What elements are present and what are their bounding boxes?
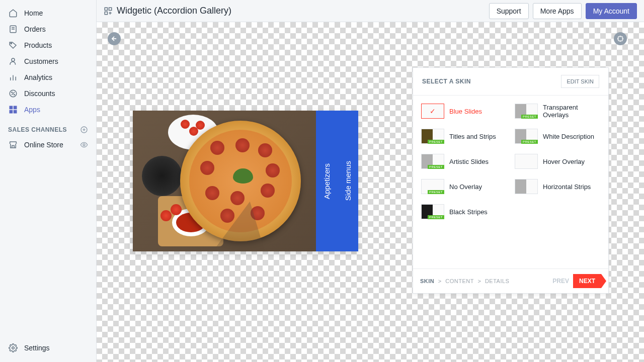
layout-button[interactable] — [614, 32, 627, 45]
sidebar: Home Orders Products Customers — [0, 0, 97, 362]
sidebar-item-settings[interactable]: Settings — [0, 340, 96, 356]
sidebar-item-orders[interactable]: Orders — [0, 21, 96, 37]
skin-grid: ✓Blue SlidesPRESETTransparent OverlaysPR… — [421, 104, 600, 219]
canvas: Appetizers Side menus SELECT A SKIN EDIT… — [97, 22, 644, 362]
sidebar-item-discounts[interactable]: Discounts — [0, 85, 96, 102]
apps-icon — [104, 7, 113, 16]
accordion-main-slide[interactable] — [133, 111, 316, 251]
next-button[interactable]: NEXT — [573, 274, 601, 288]
skin-label: Blue Slides — [449, 108, 482, 115]
svg-rect-22 — [109, 8, 112, 10]
skin-label: Horizontal Strips — [543, 183, 591, 191]
back-button[interactable] — [108, 32, 121, 45]
skin-thumb: PRESET — [421, 129, 444, 144]
svg-rect-14 — [10, 111, 12, 113]
channels-list: Online Store — [0, 137, 96, 153]
panel-title: SELECT A SKIN — [422, 78, 471, 85]
svg-point-19 — [83, 144, 85, 146]
skin-thumb: ✓ — [421, 104, 444, 119]
sidebar-item-analytics[interactable]: Analytics — [0, 69, 96, 85]
footer-actions: PREV NEXT — [552, 274, 601, 288]
skin-option[interactable]: ✓Blue Slides — [421, 104, 507, 119]
skin-label: Titles and Strips — [449, 133, 496, 140]
svg-point-3 — [11, 43, 12, 44]
svg-point-11 — [14, 95, 15, 96]
topbar: Widgetic (Accordion Gallery) Support Mor… — [97, 0, 644, 22]
skin-option[interactable]: PRESETArtistic Slides — [421, 154, 507, 169]
crumb-content[interactable]: CONTENT — [445, 278, 473, 284]
sidebar-item-apps[interactable]: Apps — [0, 102, 96, 118]
nav-label: Discounts — [24, 89, 55, 98]
svg-rect-12 — [10, 106, 12, 109]
add-channel-icon[interactable] — [80, 126, 88, 134]
svg-rect-21 — [105, 8, 107, 10]
panel-header: SELECT A SKIN EDIT SKIN — [413, 68, 608, 96]
skin-label: Transparent Overlays — [543, 104, 600, 119]
food-image — [133, 111, 316, 251]
breadcrumb: SKIN > CONTENT > DETAILS — [420, 278, 509, 284]
skin-option[interactable]: PRESETTransparent Overlays — [515, 104, 600, 119]
nav-label: Apps — [24, 106, 40, 114]
slide-label: Side menus — [344, 156, 352, 206]
top-actions: Support More Apps My Account — [489, 3, 637, 19]
sidebar-item-online-store[interactable]: Online Store — [0, 137, 96, 153]
sidebar-item-products[interactable]: Products — [0, 37, 96, 53]
nav-label: Orders — [24, 25, 46, 33]
prev-button: PREV — [552, 278, 569, 285]
section-title: SALES CHANNELS — [8, 126, 67, 133]
skin-thumb: PRESET — [515, 104, 538, 119]
support-button[interactable]: Support — [489, 3, 529, 19]
crumb-details[interactable]: DETAILS — [485, 278, 510, 284]
sidebar-bottom: Settings — [0, 340, 96, 362]
skin-option[interactable]: Horizontal Strips — [515, 179, 600, 194]
skin-label: White Description — [543, 133, 594, 140]
main: Widgetic (Accordion Gallery) Support Mor… — [97, 0, 644, 362]
more-apps-button[interactable]: More Apps — [533, 3, 582, 19]
accordion-slide-appetizers[interactable]: Appetizers — [316, 111, 337, 251]
eye-icon[interactable] — [80, 141, 88, 149]
crumb-skin[interactable]: SKIN — [420, 278, 434, 284]
home-icon — [8, 8, 18, 18]
accordion-preview: Appetizers Side menus — [133, 111, 358, 251]
panel-body: ✓Blue SlidesPRESETTransparent OverlaysPR… — [413, 96, 608, 268]
skin-thumb: PRESET — [515, 129, 538, 144]
skin-thumb: PRESET — [421, 154, 444, 169]
analytics-icon — [8, 72, 18, 82]
customer-icon — [8, 56, 18, 66]
skin-thumb — [515, 154, 538, 169]
panel-footer: SKIN > CONTENT > DETAILS PREV NEXT — [413, 268, 608, 293]
svg-rect-13 — [14, 106, 17, 109]
my-account-button[interactable]: My Account — [586, 3, 637, 19]
skin-option[interactable]: Hover Overlay — [515, 154, 600, 169]
tag-icon — [8, 40, 18, 50]
skin-label: No Overlay — [449, 183, 482, 191]
section-header: SALES CHANNELS — [0, 118, 96, 137]
nav-label: Settings — [24, 344, 50, 352]
skin-panel: SELECT A SKIN EDIT SKIN ✓Blue SlidesPRES… — [413, 67, 609, 294]
nav-label: Analytics — [24, 73, 52, 81]
slide-label: Appetizers — [323, 158, 331, 204]
sidebar-item-customers[interactable]: Customers — [0, 53, 96, 69]
edit-skin-button[interactable]: EDIT SKIN — [561, 75, 599, 88]
svg-rect-27 — [618, 37, 622, 41]
skin-thumb — [515, 179, 538, 194]
discount-icon — [8, 88, 18, 99]
store-icon — [8, 140, 18, 150]
skin-label: Hover Overlay — [543, 158, 585, 165]
nav-label: Home — [24, 9, 43, 17]
apps-icon — [8, 105, 18, 115]
accordion-slide-side-menus[interactable]: Side menus — [337, 111, 358, 251]
skin-thumb: PRESET — [421, 204, 444, 219]
skin-option[interactable]: PRESETNo Overlay — [421, 179, 507, 194]
orders-icon — [8, 24, 18, 34]
skin-label: Black Stripes — [449, 208, 488, 216]
svg-rect-15 — [14, 111, 17, 113]
svg-point-20 — [12, 347, 15, 349]
skin-option[interactable]: PRESETWhite Description — [515, 129, 600, 144]
skin-option[interactable]: PRESETBlack Stripes — [421, 204, 507, 219]
nav-list: Home Orders Products Customers — [0, 5, 96, 118]
skin-option[interactable]: PRESETTitles and Strips — [421, 129, 507, 144]
sidebar-item-home[interactable]: Home — [0, 5, 96, 21]
skin-label: Artistic Slides — [449, 158, 489, 165]
nav-label: Products — [24, 41, 52, 49]
